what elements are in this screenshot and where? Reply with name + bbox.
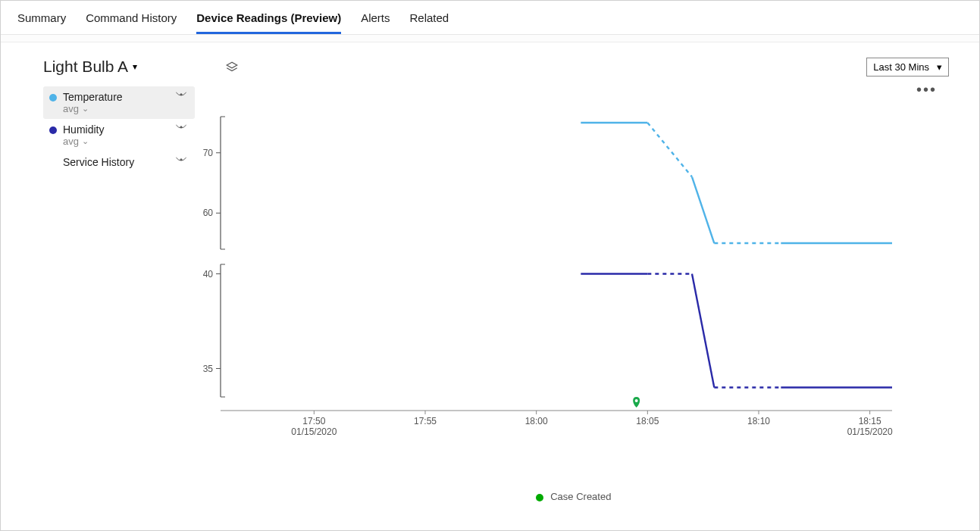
visibility-icon[interactable] (175, 156, 189, 165)
svg-text:17:55: 17:55 (414, 416, 437, 426)
svg-point-0 (180, 94, 182, 95)
series-agg: avg ⌄ (63, 136, 175, 147)
svg-text:17:50: 17:50 (302, 416, 325, 426)
chart-canvas[interactable]: 6070354017:5001/15/202017:5518:0018:0518… (195, 102, 907, 465)
tab-command-history[interactable]: Command History (86, 11, 177, 34)
series-label: Temperature (63, 91, 175, 103)
tab-alerts[interactable]: Alerts (361, 11, 390, 34)
chevron-down-icon: ▾ (937, 61, 942, 73)
visibility-icon[interactable] (175, 123, 189, 133)
svg-text:01/15/2020: 01/15/2020 (291, 426, 337, 437)
tab-summary[interactable]: Summary (17, 11, 66, 34)
event-legend: Case Created (195, 491, 952, 502)
event-legend-label: Case Created (550, 491, 611, 502)
svg-text:35: 35 (203, 364, 214, 374)
time-range-select[interactable]: Last 30 Mins ▾ (866, 58, 949, 77)
series-label: Service History (63, 156, 175, 168)
tab-bar: Summary Command History Device Readings … (1, 1, 979, 35)
time-range-label: Last 30 Mins (873, 61, 929, 73)
layers-icon[interactable] (225, 61, 239, 74)
event-marker-dot (536, 494, 543, 501)
series-color-dot (49, 94, 57, 102)
device-title: Light Bulb A (43, 58, 128, 76)
svg-point-2 (180, 159, 182, 161)
chart-area: Last 30 Mins ▾ ••• 6070354017:5001/15/20… (195, 58, 952, 502)
device-selector[interactable]: Light Bulb A ▾ (43, 58, 195, 76)
series-item-service-history[interactable]: Service History (43, 151, 195, 173)
more-icon[interactable]: ••• (916, 81, 944, 98)
series-label: Humidity (63, 123, 175, 136)
svg-text:70: 70 (203, 148, 214, 158)
visibility-icon[interactable] (175, 91, 189, 100)
svg-text:18:10: 18:10 (747, 416, 770, 426)
svg-text:60: 60 (203, 208, 214, 218)
tab-device-readings[interactable]: Device Readings (Preview) (196, 11, 341, 34)
svg-point-26 (635, 399, 638, 402)
series-agg: avg ⌄ (63, 103, 175, 114)
svg-text:18:00: 18:00 (525, 416, 548, 426)
series-color-dot (49, 127, 57, 134)
svg-text:18:05: 18:05 (636, 416, 659, 426)
series-panel: Light Bulb A ▾ Temperatureavg ⌄Humiditya… (43, 58, 195, 502)
chevron-down-icon: ⌄ (82, 136, 89, 146)
svg-text:18:15: 18:15 (859, 416, 881, 426)
tab-related[interactable]: Related (409, 11, 449, 34)
chevron-down-icon: ⌄ (82, 104, 89, 114)
svg-text:01/15/2020: 01/15/2020 (847, 426, 893, 437)
svg-point-1 (180, 127, 182, 128)
series-item-temperature[interactable]: Temperatureavg ⌄ (43, 86, 195, 119)
svg-text:40: 40 (203, 269, 214, 280)
chevron-down-icon: ▾ (133, 61, 137, 72)
series-item-humidity[interactable]: Humidityavg ⌄ (43, 119, 195, 151)
